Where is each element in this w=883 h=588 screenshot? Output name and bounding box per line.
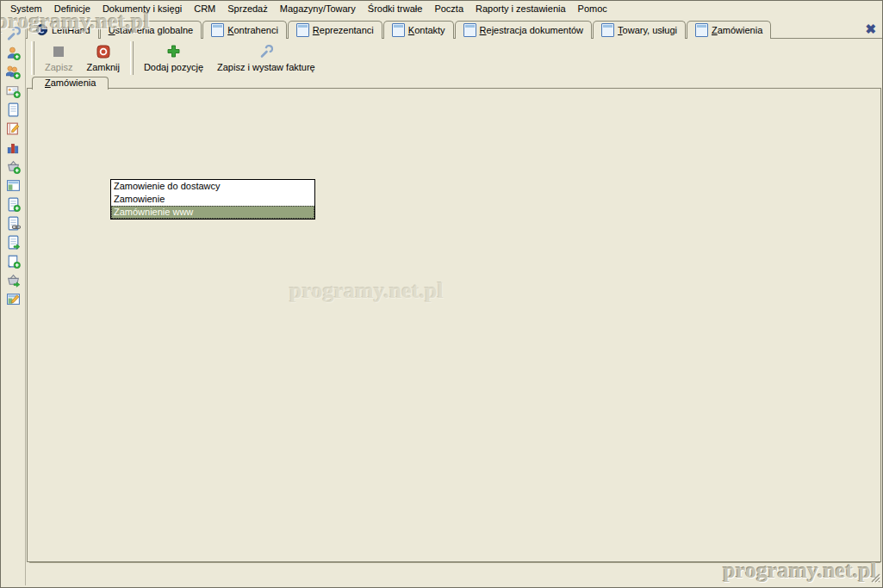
green-plus-icon [166,44,181,60]
menubar: System Definicje Dokumenty i księgi CRM … [1,1,883,16]
edit-journal-icon[interactable] [4,121,22,136]
document-icon [695,23,708,37]
inner-tab-label: Zamówienia [45,77,96,89]
lefthand-logo-icon [35,23,48,38]
add-item-label: Dodaj pozycję [144,62,203,72]
close-tab-icon[interactable]: ✖ [865,22,876,37]
chart-icon[interactable] [4,140,22,155]
typ-option-zamowienie[interactable]: Zamowienie [111,193,314,206]
tab-label: Kontakty [408,25,445,35]
typ-option-zamowienie-www[interactable]: Zamównienie www [111,206,314,219]
add-document-icon[interactable] [4,197,22,212]
add-item-button[interactable]: Dodaj pozycję [137,40,210,77]
sidebar-toolbar [1,16,26,585]
tab-label: Reprezentanci [313,25,374,35]
tab-kontakty[interactable]: Kontakty [383,21,454,39]
tab-kontrahenci[interactable]: Kontrahenci [202,21,287,39]
menu-item-system[interactable]: System [4,3,48,15]
tab-label: Kontrahenci [227,25,278,35]
tab-reprezentanci[interactable]: Reprezentanci [288,21,382,39]
save-icon [52,45,65,60]
add-contacts-icon[interactable] [4,65,22,79]
add-card-icon[interactable] [4,84,22,98]
new-document-icon[interactable] [4,102,22,117]
export-document-icon[interactable] [4,235,22,250]
toolbar-handle [130,41,134,75]
document-icon [296,23,309,37]
save-button[interactable]: Zapisz [38,40,79,77]
order-form-panel [27,88,881,562]
resize-grip[interactable] [870,573,880,585]
wrench-icon[interactable] [4,27,22,41]
inner-tab-zamowienia[interactable]: Zamówienia [32,77,109,90]
tab-zamowienia[interactable]: Zamówienia [687,21,771,39]
edit-panel-icon[interactable] [4,292,22,306]
menu-item-dokumenty[interactable]: Dokumenty i księgi [96,3,188,15]
toolbar: Zapisz Zamknij Dodaj pozycję Zapisz i wy… [28,40,322,77]
menu-item-raporty[interactable]: Raporty i zestawienia [469,3,572,15]
document-icon [601,23,614,37]
document-icon [211,23,224,37]
add-basket-icon[interactable] [4,159,22,174]
document-icon [392,23,405,37]
tabbar: LeftHand Ustawienia globalne Kontrahenci… [27,20,772,39]
menu-item-definicje[interactable]: Definicje [48,3,96,15]
application-window: System Definicje Dokumenty i księgi CRM … [0,0,883,588]
save-and-invoice-button[interactable]: Zapisz i wystaw fakturę [210,40,322,77]
wrench-icon [259,45,273,60]
menu-item-poczta[interactable]: Poczta [428,3,469,15]
close-button[interactable]: Zamknij [79,40,127,77]
add-scroll-icon[interactable] [4,254,22,269]
save-label: Zapisz [45,62,72,72]
save-and-invoice-label: Zapisz i wystaw fakturę [217,62,315,72]
tab-lefthand[interactable]: LeftHand [27,21,99,39]
tab-label: Ustawienia globalne [109,25,193,35]
menu-item-srodki[interactable]: Środki trwałe [362,3,429,15]
document-icon [463,23,476,37]
close-power-icon [96,45,110,60]
menu-item-magazyny[interactable]: Magazyny/Towary [274,3,362,15]
link-document-icon[interactable] [4,216,22,231]
export-basket-icon[interactable] [4,273,22,288]
add-contact-icon[interactable] [4,46,22,60]
tab-label: Rejestracja dokumentów [480,25,583,35]
menu-item-sprzedaz[interactable]: Sprzedaż [221,3,273,15]
tab-label: LeftHand [52,25,90,35]
panel-view-icon[interactable] [4,178,22,193]
tab-label: Zamówienia [712,25,762,35]
typ-option-zamowienie-do-dostawcy[interactable]: Zamowienie do dostawcy [111,180,314,193]
tab-label: Towary, usługi [618,25,677,35]
tab-towary-uslugi[interactable]: Towary, usługi [593,21,686,39]
menu-item-crm[interactable]: CRM [188,3,221,15]
toolbar-handle [31,41,34,75]
tab-rejestracja-dokumentow[interactable]: Rejestracja dokumentów [455,21,592,39]
tab-ustawienia-globalne[interactable]: Ustawienia globalne [100,21,202,39]
close-label: Zamknij [86,62,120,72]
typ-dropdown-list: Zamowienie do dostawcy Zamowienie Zamówn… [110,179,315,220]
menu-item-pomoc[interactable]: Pomoc [572,3,613,15]
